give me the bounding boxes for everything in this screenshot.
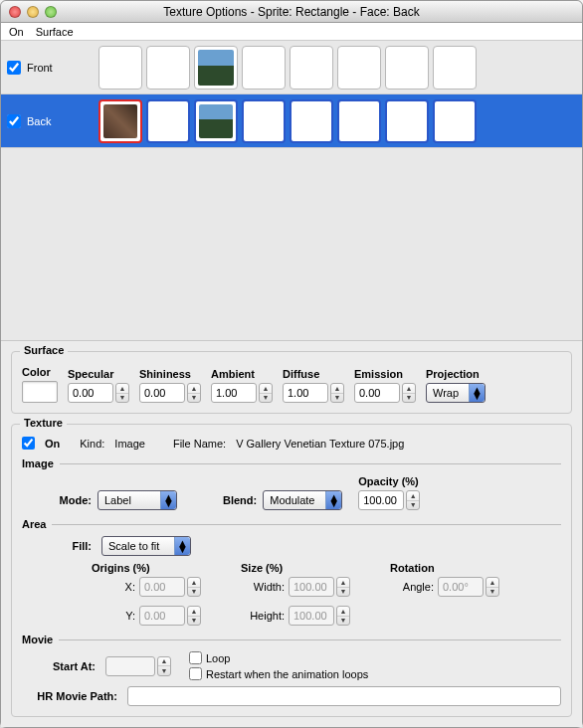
- texture-group: Texture On Kind: Image File Name: V Gall…: [11, 424, 572, 717]
- loop-checkbox[interactable]: [189, 651, 202, 664]
- startat-label: Start At:: [32, 660, 96, 672]
- color-swatch[interactable]: [22, 381, 58, 403]
- fill-select[interactable]: Scale to fit▲▼: [101, 536, 191, 556]
- height-stepper[interactable]: ▲▼: [336, 606, 350, 626]
- height-input[interactable]: [289, 606, 334, 626]
- panels: Surface Color Specular ▲▼ Shininess ▲▼: [1, 340, 582, 727]
- thumb-slot[interactable]: [98, 46, 142, 90]
- hrpath-input[interactable]: [127, 686, 561, 706]
- y-input[interactable]: [139, 606, 185, 626]
- mode-label: Mode:: [52, 494, 92, 506]
- thumb-slot-selected[interactable]: [98, 99, 142, 143]
- front-label: Front: [27, 62, 98, 74]
- back-label: Back: [27, 115, 98, 127]
- front-thumbs: [98, 46, 477, 90]
- angle-stepper[interactable]: ▲▼: [486, 577, 499, 597]
- window: Texture Options - Sprite: Rectangle - Fa…: [0, 0, 583, 728]
- front-checkbox[interactable]: [7, 61, 21, 75]
- size-head: Size (%): [241, 562, 283, 574]
- thumb-slot[interactable]: [242, 99, 286, 143]
- thumb-slot[interactable]: [433, 99, 477, 143]
- thumb-slot[interactable]: [146, 46, 190, 90]
- mode-select[interactable]: Label▲▼: [97, 490, 177, 510]
- kind-value: Image: [114, 438, 145, 450]
- thumb-slot[interactable]: [337, 99, 381, 143]
- thumb-slot[interactable]: [385, 99, 429, 143]
- hrpath-label: HR Movie Path:: [22, 690, 117, 702]
- blend-label: Blend:: [223, 494, 257, 506]
- startat-stepper[interactable]: ▲▼: [157, 656, 171, 676]
- projection-label: Projection: [426, 368, 486, 380]
- filename-value: V Gallery Venetian Texture 075.jpg: [236, 438, 404, 450]
- shininess-stepper[interactable]: ▲▼: [187, 383, 201, 403]
- titlebar: Texture Options - Sprite: Rectangle - Fa…: [1, 1, 582, 23]
- y-label: Y:: [92, 610, 135, 622]
- color-label: Color: [22, 366, 58, 378]
- opacity-stepper[interactable]: ▲▼: [406, 490, 420, 510]
- diffuse-input[interactable]: [283, 383, 328, 403]
- opacity-label: Opacity (%): [358, 475, 419, 487]
- texture-on-label: On: [45, 438, 60, 450]
- back-checkbox[interactable]: [7, 114, 21, 128]
- width-label: Width:: [241, 581, 285, 593]
- thumb-slot[interactable]: [290, 46, 333, 90]
- surface-group: Surface Color Specular ▲▼ Shininess ▲▼: [11, 351, 572, 414]
- column-surface-label: Surface: [36, 26, 74, 38]
- specular-input[interactable]: [68, 383, 113, 403]
- emission-label: Emission: [354, 368, 416, 380]
- diffuse-label: Diffuse: [283, 368, 344, 380]
- height-label: Height:: [241, 610, 285, 622]
- ambient-stepper[interactable]: ▲▼: [259, 383, 273, 403]
- shininess-input[interactable]: [139, 383, 185, 403]
- kind-label: Kind:: [80, 438, 104, 450]
- movie-head: Movie: [22, 634, 53, 645]
- fill-label: Fill:: [52, 540, 92, 552]
- image-head: Image: [22, 457, 54, 469]
- emission-stepper[interactable]: ▲▼: [402, 383, 416, 403]
- blend-select[interactable]: Modulate▲▼: [263, 490, 342, 510]
- specular-label: Specular: [68, 368, 129, 380]
- thumb-slot[interactable]: [433, 46, 477, 90]
- x-stepper[interactable]: ▲▼: [187, 577, 201, 597]
- projection-select[interactable]: Wrap▲▼: [426, 383, 486, 403]
- emission-input[interactable]: [354, 383, 400, 403]
- ambient-label: Ambient: [211, 368, 273, 380]
- texture-on-checkbox[interactable]: [22, 437, 35, 450]
- column-on-label: On: [9, 26, 24, 38]
- width-stepper[interactable]: ▲▼: [336, 577, 350, 597]
- opacity-input[interactable]: [358, 490, 404, 510]
- window-title: Texture Options - Sprite: Rectangle - Fa…: [1, 5, 582, 19]
- shininess-label: Shininess: [139, 368, 201, 380]
- thumb-slot[interactable]: [337, 46, 381, 90]
- width-input[interactable]: [289, 577, 334, 597]
- content: Front Back: [1, 41, 582, 727]
- thumb-slot[interactable]: [385, 46, 429, 90]
- loop-label: Loop: [206, 652, 230, 664]
- specular-stepper[interactable]: ▲▼: [115, 383, 129, 403]
- filename-label: File Name:: [173, 438, 226, 450]
- restart-checkbox[interactable]: [189, 667, 202, 680]
- y-stepper[interactable]: ▲▼: [187, 606, 201, 626]
- faces-list: Front Back: [1, 41, 582, 148]
- restart-label: Restart when the animation loops: [206, 668, 368, 680]
- surface-legend: Surface: [20, 344, 68, 356]
- x-label: X:: [92, 581, 135, 593]
- diffuse-stepper[interactable]: ▲▼: [330, 383, 344, 403]
- thumb-slot[interactable]: [290, 99, 333, 143]
- thumb-slot[interactable]: [242, 46, 286, 90]
- angle-input[interactable]: [438, 577, 484, 597]
- x-input[interactable]: [139, 577, 185, 597]
- thumb-slot-landscape[interactable]: [194, 46, 238, 90]
- column-header-row: On Surface: [1, 23, 582, 41]
- rotation-head: Rotation: [390, 562, 435, 574]
- back-thumbs: [98, 99, 477, 143]
- origins-head: Origins (%): [92, 562, 150, 574]
- startat-input[interactable]: [105, 656, 155, 676]
- face-row-front[interactable]: Front: [1, 41, 582, 94]
- ambient-input[interactable]: [211, 383, 257, 403]
- thumb-slot[interactable]: [146, 99, 190, 143]
- thumb-slot-landscape[interactable]: [194, 99, 238, 143]
- area-head: Area: [22, 518, 46, 530]
- face-row-back[interactable]: Back: [1, 94, 582, 148]
- empty-area: [1, 148, 582, 340]
